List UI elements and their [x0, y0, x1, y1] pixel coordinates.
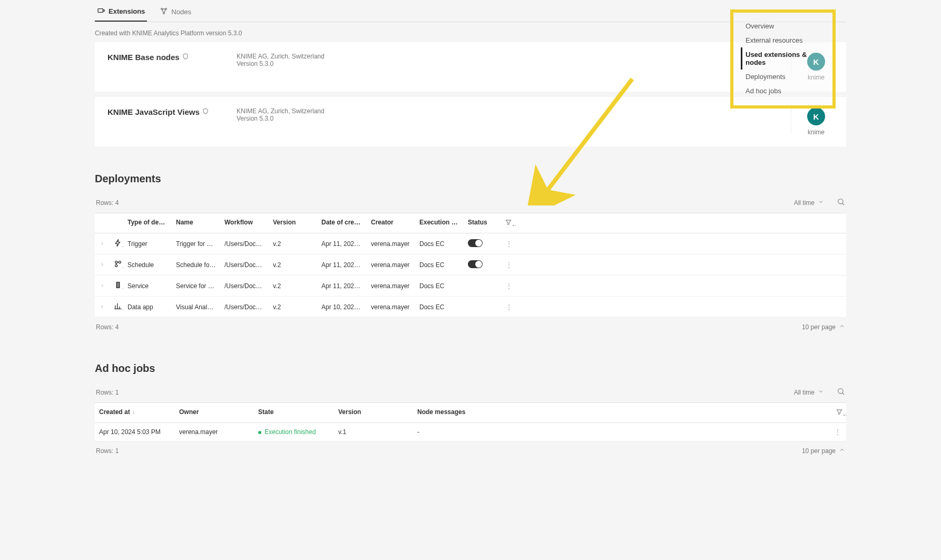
cell-status [464, 234, 501, 254]
svg-point-3 [163, 13, 165, 14]
row-menu-icon[interactable]: ⋮ [501, 235, 517, 253]
filter-icon[interactable] [501, 213, 515, 233]
extension-org: KNIME AG, Zurich, Switzerland [237, 107, 780, 115]
chevron-up-icon [839, 323, 845, 331]
th-created[interactable]: Created at↓ [95, 403, 175, 423]
status-toggle[interactable] [468, 260, 483, 268]
deployments-rows-top: Rows: 4 [96, 199, 119, 207]
cell-type: Schedule [123, 256, 172, 274]
tab-nodes-label: Nodes [171, 8, 191, 16]
cell-status [464, 302, 501, 312]
deployment-type-icon [110, 297, 123, 317]
th-workflow[interactable]: Workflow [220, 213, 269, 233]
sidenav-overview[interactable]: Overview [741, 19, 825, 33]
search-icon[interactable] [837, 198, 845, 208]
cell-version: v.2 [269, 235, 317, 253]
th-msgs[interactable]: Node messages [413, 403, 831, 423]
cell-workflow: /Users/Document… [220, 277, 269, 295]
sidenav-adhoc[interactable]: Ad hoc jobs [741, 84, 825, 98]
cell-name: Visual Analysis of… [172, 298, 220, 316]
cell-creator: verena.mayer [367, 256, 415, 274]
cell-version: v.2 [269, 256, 317, 274]
th-owner[interactable]: Owner [175, 403, 254, 423]
cell-ec: Docs EC [415, 277, 464, 295]
sort-down-icon: ↓ [132, 409, 135, 415]
cell-workflow: /Users/Document… [220, 235, 269, 253]
tab-nodes[interactable]: Nodes [158, 2, 193, 22]
cell-ec: Docs EC [415, 298, 464, 316]
deployments-rows-bottom: Rows: 4 [96, 323, 119, 331]
deployments-time-filter[interactable]: All time [794, 199, 824, 207]
row-menu-icon[interactable]: ⋮ [829, 423, 846, 441]
cell-state: Execution finished [254, 423, 334, 441]
cell-workflow: /Users/Document… [220, 298, 269, 316]
th-state[interactable]: State [254, 403, 334, 423]
filter-icon[interactable] [831, 403, 846, 423]
cell-name: Trigger for Visual … [172, 235, 220, 253]
row-menu-icon[interactable]: ⋮ [501, 256, 517, 274]
expand-chevron-icon[interactable] [95, 235, 110, 253]
cell-ec: Docs EC [415, 256, 464, 274]
th-status[interactable]: Status [464, 213, 501, 233]
row-menu-icon[interactable]: ⋮ [501, 298, 517, 316]
table-row[interactable]: ScheduleSchedule for Visu…/Users/Documen… [95, 254, 846, 276]
cell-date: Apr 11, 2024 10:2… [317, 277, 367, 295]
sidenav-external[interactable]: External resources [741, 33, 825, 47]
extension-version: Version 5.3.0 [237, 60, 780, 67]
row-menu-icon[interactable]: ⋮ [501, 277, 517, 295]
th-type[interactable]: Type of deploym… [123, 213, 172, 233]
th-ec[interactable]: Execution context [415, 213, 464, 233]
svg-point-7 [115, 264, 117, 267]
th-creator[interactable]: Creator [367, 213, 415, 233]
cell-creator: verena.mayer [367, 277, 415, 295]
extension-title[interactable]: KNIME Base nodes [107, 53, 237, 62]
expand-chevron-icon[interactable] [95, 298, 110, 316]
th-version[interactable]: Version [269, 213, 317, 233]
cell-date: Apr 11, 2024 3:01 … [317, 235, 367, 253]
table-row[interactable]: ServiceService for Visual …/Users/Docume… [95, 276, 846, 297]
cell-version: v.1 [334, 423, 413, 441]
expand-chevron-icon[interactable] [95, 277, 110, 295]
th-date[interactable]: Date of creati…↓ [317, 213, 367, 233]
table-row[interactable]: Data appVisual Analysis of…/Users/Docume… [95, 297, 846, 318]
tab-extensions[interactable]: Extensions [95, 2, 147, 22]
svg-point-5 [115, 261, 117, 263]
cell-type: Trigger [123, 235, 172, 253]
deployments-title: Deployments [95, 173, 846, 185]
avatar[interactable]: K [807, 107, 825, 125]
table-row[interactable]: Apr 10, 2024 5:03 PMverena.mayerExecutio… [95, 423, 846, 441]
cell-status [464, 255, 501, 275]
side-nav-highlight: Overview External resources Used extensi… [730, 9, 836, 109]
search-icon[interactable] [837, 387, 845, 397]
deployment-type-icon [110, 276, 123, 296]
sidenav-used-extensions[interactable]: Used extensions & nodes [741, 47, 825, 70]
cell-version: v.2 [269, 277, 317, 295]
deployments-per-page[interactable]: 10 per page [802, 323, 845, 331]
extension-title[interactable]: KNIME JavaScript Views [107, 107, 237, 116]
expand-chevron-icon[interactable] [95, 256, 110, 274]
chevron-down-icon [818, 388, 824, 396]
shield-icon [182, 53, 189, 62]
table-row[interactable]: TriggerTrigger for Visual …/Users/Docume… [95, 233, 846, 254]
adhoc-rows-top: Rows: 1 [96, 389, 119, 396]
adhoc-time-filter[interactable]: All time [794, 388, 824, 396]
deployments-table: Type of deploym… Name Workflow Version D… [95, 213, 846, 318]
deployment-type-icon [110, 233, 123, 254]
status-toggle[interactable] [468, 239, 483, 247]
nodes-icon [160, 7, 168, 17]
extensions-icon [97, 6, 105, 16]
extension-org: KNIME AG, Zurich, Switzerland [237, 53, 780, 60]
th-name[interactable]: Name [172, 213, 220, 233]
avatar-name: knime [808, 129, 825, 136]
th-version[interactable]: Version [334, 403, 413, 423]
sidenav-deployments[interactable]: Deployments [741, 70, 825, 84]
adhoc-per-page[interactable]: 10 per page [802, 447, 845, 455]
cell-type: Data app [123, 298, 172, 316]
deployment-type-icon [110, 254, 123, 275]
cell-date: Apr 10, 2024 5:22 … [317, 298, 367, 316]
svg-point-4 [838, 199, 843, 204]
cell-workflow: /Users/Document… [220, 256, 269, 274]
chevron-down-icon [818, 199, 824, 207]
shield-icon [202, 107, 209, 116]
adhoc-table: Created at↓ Owner State Version Node mes… [95, 402, 846, 441]
